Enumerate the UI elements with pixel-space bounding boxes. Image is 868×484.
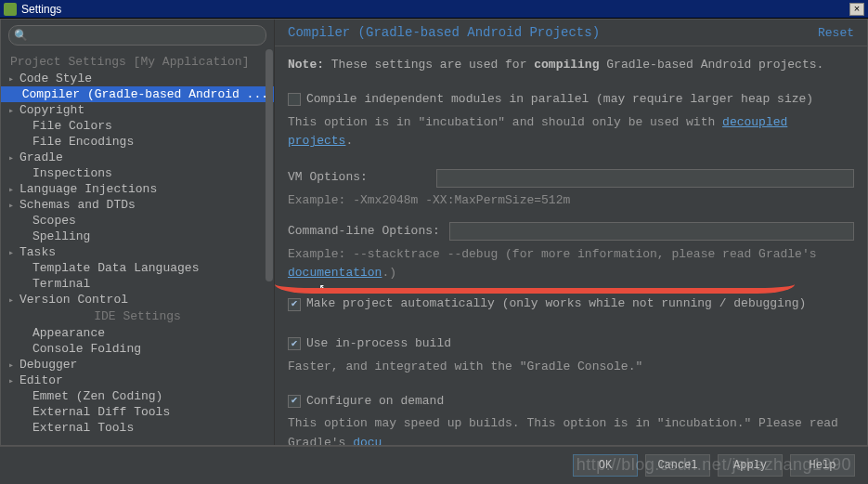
tree-item[interactable]: Emmet (Zen Coding) [1,388,274,404]
vm-options-example: Example: -Xmx2048m -XX:MaxPermSize=512m [288,191,854,211]
tree-item[interactable]: Appearance [1,325,274,341]
tree-section-header: Project Settings [My Application] [1,53,274,71]
tree-item[interactable]: Inspections [1,165,274,181]
tree-item[interactable]: ▸Code Style [1,71,274,86]
tree-item-label: External Diff Tools [32,405,170,419]
tree-arrow-icon: ▸ [8,375,19,386]
tree-item-label: Version Control [19,293,128,307]
checkbox-make-auto-label: Make project automatically (only works w… [306,294,806,314]
help-button[interactable]: Help [790,454,855,477]
checkbox-ondemand[interactable] [288,395,301,408]
window-title: Settings [21,3,61,16]
annotation-underline [275,281,795,294]
tree-item-label: Tasks [19,245,56,259]
tree-item-label: Spelling [32,229,90,243]
tree-item-label: Language Injections [19,182,157,196]
tree-item-label: Gradle [19,150,63,164]
tree-item[interactable]: Spelling [1,229,274,244]
tree-arrow-icon: ▸ [8,294,19,306]
dialog-button-bar: OK Cancel Apply Help [0,446,868,483]
checkbox-inprocess-label: Use in-process build [306,334,451,354]
tree-item-label: Copyright [19,103,84,117]
vm-options-input[interactable] [436,169,854,188]
search-input[interactable] [8,25,266,46]
checkbox-parallel-label: Compile independent modules in parallel … [306,90,813,110]
checkbox-inprocess[interactable] [288,337,301,350]
checkbox-parallel[interactable] [288,93,301,106]
tree-arrow-icon: ▸ [8,360,19,371]
tree-arrow-icon: ▸ [8,247,19,258]
tree-item[interactable]: File Colors [1,118,274,134]
tree-item[interactable]: ▸Gradle [1,150,274,165]
tree-item-label: File Colors [32,119,112,133]
tree-arrow-icon: ▸ [8,152,19,164]
tree-item[interactable]: ▸Editor [1,373,274,388]
tree-arrow-icon: ▸ [8,73,19,85]
tree-item-label: Appearance [32,326,105,340]
cmdline-options-label: Command-line Options: [288,222,440,242]
panel-title: Compiler (Gradle-based Android Projects) [288,25,600,40]
scrollbar[interactable] [265,49,274,445]
inprocess-note: Faster, and integrated with the "Gradle … [288,358,854,377]
tree-item[interactable]: External Tools [1,420,274,436]
tree-item[interactable]: Compiler (Gradle-based Android ... [1,86,274,102]
reset-link[interactable]: Reset [818,26,854,40]
tree-section-header: IDE Settings [1,307,274,325]
tree-item[interactable]: ▸Version Control [1,292,274,307]
vm-options-label: VM Options: [288,168,427,188]
cmdline-options-input[interactable] [449,222,854,241]
apply-button[interactable]: Apply [718,454,783,477]
tree-item[interactable]: Console Folding [1,341,274,357]
tree-item[interactable]: File Encodings [1,134,274,150]
checkbox-ondemand-label: Configure on demand [306,392,444,412]
app-icon [4,3,17,16]
tree-item-label: Debugger [19,358,77,372]
scrollbar-thumb[interactable] [266,49,273,281]
tree-item-label: Terminal [32,277,90,291]
tree-item[interactable]: Terminal [1,276,274,292]
title-bar: Settings × [0,0,868,19]
checkbox-make-auto[interactable] [288,298,301,311]
tree-item-label: Code Style [19,72,92,85]
tree-item[interactable]: ▸Debugger [1,357,274,373]
cancel-button[interactable]: Cancel [645,454,710,477]
tree-item[interactable]: ▸Language Injections [1,181,274,197]
tree-item[interactable]: ▸Tasks [1,244,274,260]
ondemand-note: This option may speed up builds. This op… [288,414,854,445]
tree-item-label: Compiler (Gradle-based Android ... [22,87,268,101]
tree-arrow-icon: ▸ [8,105,19,116]
tree-item-label: Emmet (Zen Coding) [32,389,162,403]
gradle-docs-link[interactable]: docu [353,436,382,445]
tree-item-label: Template Data Languages [32,261,199,275]
search-icon: 🔍 [14,29,28,43]
tree-arrow-icon: ▸ [8,200,19,211]
ok-button[interactable]: OK [573,454,638,477]
tree-arrow-icon: ▸ [8,184,19,195]
settings-tree[interactable]: Project Settings [My Application]▸Code S… [1,51,274,445]
gradle-documentation-link[interactable]: documentation [288,266,382,280]
close-button[interactable]: × [849,3,864,16]
parallel-note: This option is in "incubation" and shoul… [288,113,854,152]
note-text: Note: These settings are used for compil… [288,56,854,75]
tree-item[interactable]: ▸Copyright [1,102,274,118]
tree-item-label: Console Folding [32,342,141,356]
tree-item-label: Schemas and DTDs [19,198,136,212]
tree-item-label: Scopes [32,214,76,228]
settings-sidebar: 🔍 Project Settings [My Application]▸Code… [1,20,275,445]
tree-item[interactable]: Template Data Languages [1,260,274,276]
tree-item[interactable]: Scopes [1,213,274,229]
cmdline-options-example: Example: --stacktrace --debug (for more … [288,245,854,284]
tree-item[interactable]: External Diff Tools [1,404,274,420]
tree-item-label: Inspections [32,166,112,180]
tree-item-label: External Tools [32,421,134,435]
tree-item-label: Editor [19,373,63,387]
panel-content: Note: These settings are used for compil… [275,46,867,445]
tree-item[interactable]: ▸Schemas and DTDs [1,197,274,213]
tree-item-label: File Encodings [32,135,134,149]
